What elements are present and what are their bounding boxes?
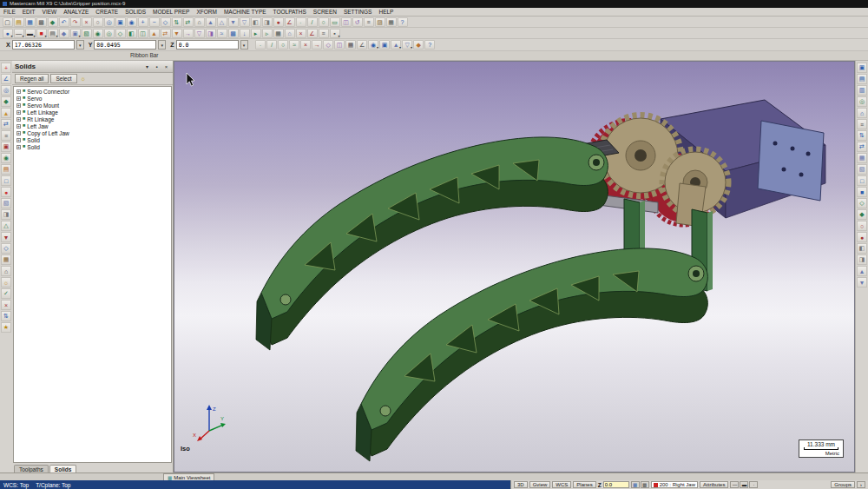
display-lamp-icon[interactable]: ☼ bbox=[81, 76, 86, 82]
toolbar-icon[interactable]: ◫ bbox=[341, 17, 352, 27]
groups-button[interactable]: Groups bbox=[831, 481, 855, 488]
z-coord-dropdown[interactable]: ▾ bbox=[240, 40, 248, 50]
tree-item[interactable]: + ■ Copy of Left Jaw bbox=[14, 129, 171, 136]
toolbar-icon[interactable]: ▩ bbox=[36, 17, 47, 27]
level-display[interactable]: 200 : Right Jaw bbox=[651, 481, 698, 488]
toolbar-icon[interactable]: ▣ bbox=[115, 17, 126, 27]
y-coord-input[interactable] bbox=[94, 40, 156, 50]
tree-item[interactable]: + ■ Left Jaw bbox=[14, 122, 171, 129]
panel-pin-icon[interactable]: ▪ bbox=[153, 63, 161, 70]
status-mini-icon[interactable]: ▩ bbox=[641, 481, 649, 488]
toolbar-icon[interactable]: ◎ bbox=[104, 17, 115, 27]
toolbar-icon[interactable]: ◫ bbox=[334, 40, 345, 50]
toolbar-icon[interactable]: ▲ bbox=[857, 266, 867, 276]
toolbar-icon[interactable]: × bbox=[300, 40, 311, 50]
menu-item[interactable]: SCREEN bbox=[310, 9, 340, 15]
toolbar-icon[interactable]: △ bbox=[217, 17, 227, 27]
toolbar-icon[interactable]: ⇄ bbox=[1, 119, 11, 129]
toolbar-icon[interactable]: ▽ bbox=[194, 29, 205, 38]
tree-item[interactable]: + ■ Servo Mount bbox=[14, 102, 171, 109]
status-overflow-chevron[interactable]: › bbox=[857, 481, 865, 488]
toolbar-icon[interactable]: ☼ bbox=[1, 277, 11, 287]
expand-icon[interactable]: + bbox=[16, 145, 21, 149]
toolbar-icon[interactable]: ▭ bbox=[330, 17, 340, 27]
toolbar-icon[interactable]: ▧ bbox=[857, 164, 867, 175]
toolbar-icon[interactable]: ★ bbox=[1, 322, 11, 333]
toolbar-icon[interactable]: ◎ bbox=[1, 85, 11, 96]
expand-icon[interactable]: + bbox=[16, 138, 21, 142]
toolbar-icon[interactable]: ▤ bbox=[857, 74, 867, 84]
toolbar-icon[interactable]: ◧ bbox=[251, 17, 261, 27]
toolbar-icon[interactable]: ◇ bbox=[857, 198, 867, 208]
toolbar-icon[interactable]: ≡ bbox=[857, 119, 867, 129]
tree-item[interactable]: + ■ Servo bbox=[14, 95, 171, 102]
toolbar-icon[interactable]: ⇅ bbox=[172, 17, 182, 27]
status-z-input[interactable] bbox=[603, 481, 629, 488]
toolbar-icon[interactable]: ∠ bbox=[285, 17, 295, 27]
toolbar-icon[interactable]: ▦ bbox=[1, 254, 11, 265]
x-coord-dropdown[interactable]: ▾ bbox=[76, 40, 84, 50]
status-gview-button[interactable]: Gview bbox=[529, 481, 551, 488]
toolbar-icon[interactable]: × bbox=[1, 300, 11, 310]
tree-item[interactable]: + ■ Solid bbox=[14, 136, 171, 143]
expand-icon[interactable]: + bbox=[16, 103, 21, 108]
toolbar-icon[interactable]: / bbox=[307, 17, 318, 27]
toolbar-icon[interactable]: —▾ bbox=[14, 29, 24, 38]
toolbar-icon[interactable]: ▨ bbox=[375, 17, 385, 27]
status-wcs-button[interactable]: WCS bbox=[552, 481, 571, 488]
toolbar-icon[interactable]: ◆ bbox=[48, 17, 58, 27]
status-3d-button[interactable]: 3D bbox=[514, 481, 528, 488]
toolbar-icon[interactable]: ⇅ bbox=[1, 311, 11, 321]
toolbar-icon[interactable]: ▽ bbox=[240, 17, 250, 27]
expand-icon[interactable]: + bbox=[16, 110, 21, 115]
toolbar-icon[interactable]: ● bbox=[273, 17, 284, 27]
attributes-button[interactable]: Attributes bbox=[700, 481, 728, 488]
toolbar-icon[interactable]: ▲▾ bbox=[391, 40, 401, 50]
toolbar-icon[interactable]: ? bbox=[398, 17, 408, 27]
toolbar-icon[interactable]: ◉ bbox=[1, 153, 11, 163]
tree-item[interactable]: + ■ Rt Linkage bbox=[14, 116, 171, 122]
toolbar-icon[interactable]: ▧ bbox=[1, 198, 11, 208]
toolbar-icon[interactable]: ◨ bbox=[1, 209, 11, 220]
toolbar-icon[interactable]: ⇅ bbox=[857, 130, 867, 141]
toolbar-icon[interactable]: ▣ bbox=[857, 63, 867, 73]
toolbar-icon[interactable]: ▽▾ bbox=[402, 40, 412, 50]
toolbar-icon[interactable]: ▤ bbox=[14, 17, 24, 27]
tree-item[interactable]: + ■ Solid bbox=[14, 143, 171, 150]
toolbar-icon[interactable]: + bbox=[1, 63, 11, 73]
toolbar-icon[interactable]: ⌂ bbox=[285, 29, 295, 38]
toolbar-icon[interactable]: ◆ bbox=[59, 29, 69, 38]
graphics-viewport[interactable]: Iso Z Y X 11.333 mm Metric bbox=[174, 61, 855, 472]
toolbar-icon[interactable]: ▼ bbox=[228, 17, 239, 27]
menu-item[interactable]: HELP bbox=[375, 9, 397, 15]
toolbar-icon[interactable]: ↶ bbox=[59, 17, 69, 27]
toolbar-icon[interactable]: ▼ bbox=[1, 232, 11, 242]
toolbar-icon[interactable]: ◉ bbox=[93, 29, 103, 38]
menu-item[interactable]: TOOLPATHS bbox=[270, 9, 310, 15]
status-mini-icon[interactable]: ▬ bbox=[740, 481, 748, 488]
toolbar-icon[interactable]: ◇ bbox=[161, 17, 171, 27]
toolbar-icon[interactable]: ≡ bbox=[319, 29, 329, 38]
menu-item[interactable]: CREATE bbox=[92, 9, 122, 15]
toolbar-icon[interactable]: ◨ bbox=[857, 254, 867, 265]
toolbar-icon[interactable]: ▤ bbox=[1, 164, 11, 175]
expand-icon[interactable]: + bbox=[16, 131, 21, 135]
toolbar-icon[interactable]: ○ bbox=[857, 221, 867, 231]
toolbar-icon[interactable]: ◧ bbox=[127, 29, 137, 38]
tab-toolpaths[interactable]: Toolpaths bbox=[14, 465, 49, 472]
toolbar-icon[interactable]: ▪▾ bbox=[330, 29, 340, 38]
tab-solids[interactable]: Solids bbox=[49, 465, 77, 472]
toolbar-icon[interactable]: × bbox=[82, 17, 92, 27]
toolbar-icon[interactable]: ↷ bbox=[70, 17, 81, 27]
toolbar-icon[interactable]: ■ bbox=[857, 187, 867, 197]
toolbar-icon[interactable]: ✓ bbox=[1, 288, 11, 299]
toolbar-icon[interactable]: ∠ bbox=[1, 74, 11, 84]
toolbar-icon[interactable]: ◆ bbox=[413, 40, 424, 50]
toolbar-icon[interactable]: ▢ bbox=[3, 17, 13, 27]
toolbar-icon[interactable]: ≈ bbox=[217, 29, 227, 38]
toolbar-icon[interactable]: ●▾ bbox=[3, 29, 13, 38]
status-mini-icon[interactable]: ∙ bbox=[749, 481, 758, 488]
toolbar-icon[interactable]: ▣▾ bbox=[70, 29, 81, 38]
toolbar-icon[interactable]: ◆ bbox=[857, 209, 867, 220]
expand-icon[interactable]: + bbox=[16, 96, 21, 101]
